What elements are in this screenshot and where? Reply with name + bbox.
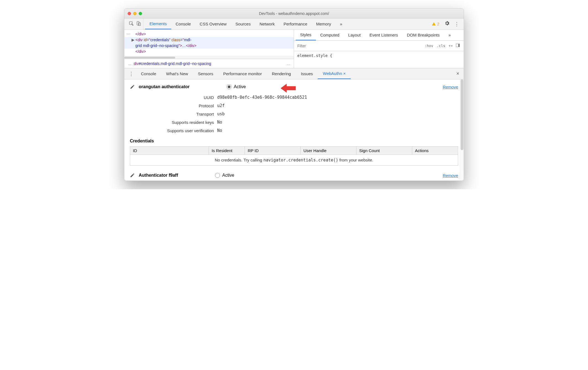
remove-link[interactable]: Remove <box>443 173 458 178</box>
hov-toggle[interactable]: :hov <box>423 44 435 48</box>
remove-link[interactable]: Remove <box>443 85 458 89</box>
warnings-badge[interactable]: 2 <box>429 22 442 26</box>
user-verification-value: No <box>217 128 222 133</box>
tabs-overflow[interactable]: » <box>335 19 347 29</box>
tab-layout[interactable]: Layout <box>344 30 365 40</box>
dom-line: </div> <box>135 32 146 36</box>
ellipsis-icon: ⋯ <box>127 31 130 37</box>
expand-icon[interactable]: ▶ <box>132 37 135 43</box>
drawer-tab-rendering[interactable]: Rendering <box>267 68 296 79</box>
col-rp-id: RP ID <box>245 147 301 155</box>
tab-memory[interactable]: Memory <box>312 19 335 29</box>
col-sign-count: Sign Count <box>356 147 412 155</box>
uuid-label: UUID <box>130 95 217 100</box>
col-id: ID <box>130 147 209 155</box>
cls-toggle[interactable]: .cls <box>435 44 447 48</box>
close-tab-icon[interactable]: × <box>343 71 346 76</box>
close-drawer-icon[interactable]: × <box>454 71 461 77</box>
dom-line-selected[interactable]: ▶<div id="credentials" class="mdl-grid m… <box>124 37 294 49</box>
authenticator-details: UUIDd98e08fb-0efc-43e6-968c-99844cab6521… <box>130 95 458 133</box>
drawer-tab-whats-new[interactable]: What's New <box>161 68 193 79</box>
titlebar: DevTools - webauthndemo.appspot.com/ <box>124 9 464 19</box>
col-user-handle: User Handle <box>301 147 356 155</box>
drawer-tab-issues[interactable]: Issues <box>296 68 318 79</box>
resident-keys-value: No <box>217 120 222 125</box>
user-verification-label: Supports user verification <box>130 128 217 133</box>
drawer-tabbar: ⋮ Console What's New Sensors Performance… <box>124 68 464 79</box>
active-radio[interactable] <box>215 173 220 178</box>
warnings-count: 2 <box>437 22 439 26</box>
drawer-tab-performance-monitor[interactable]: Performance monitor <box>218 68 267 79</box>
edit-icon[interactable] <box>130 173 135 178</box>
device-toggle-icon[interactable] <box>136 21 141 27</box>
tab-network[interactable]: Network <box>255 19 279 29</box>
main-tabbar: Elements Console CSS Overview Sources Ne… <box>124 19 464 30</box>
drawer-kebab-icon[interactable]: ⋮ <box>127 71 136 77</box>
authenticator-name: orangutan authenticator <box>139 84 190 89</box>
tab-sources[interactable]: Sources <box>231 19 255 29</box>
credentials-heading: Credentials <box>130 139 458 144</box>
tab-styles[interactable]: Styles <box>296 30 316 40</box>
tab-event-listeners[interactable]: Event Listeners <box>365 30 402 40</box>
active-label: Active <box>222 173 234 178</box>
styles-tabs-overflow[interactable]: » <box>444 30 455 40</box>
credentials-table: ID Is Resident RP ID User Handle Sign Co… <box>130 146 458 166</box>
vertical-scrollbar[interactable] <box>460 79 464 181</box>
inspect-icon[interactable] <box>129 21 134 27</box>
drawer-tab-console[interactable]: Console <box>136 68 161 79</box>
col-actions: Actions <box>412 147 458 155</box>
horizontal-scrollbar[interactable] <box>124 56 294 59</box>
kebab-menu-icon[interactable]: ⋮ <box>452 21 461 27</box>
tab-css-overview[interactable]: CSS Overview <box>195 19 231 29</box>
tab-computed[interactable]: Computed <box>316 30 344 40</box>
uuid-value: d98e08fb-0efc-43e6-968c-99844cab6521 <box>217 95 307 100</box>
annotation-arrow-icon <box>280 83 296 94</box>
window-title: DevTools - webauthndemo.appspot.com/ <box>124 11 464 16</box>
dom-line: </div> <box>135 49 146 54</box>
drawer-tab-webauthn[interactable]: WebAuthn × <box>318 68 351 79</box>
active-label: Active <box>234 84 246 89</box>
svg-rect-1 <box>137 22 139 25</box>
active-radio[interactable] <box>227 84 232 89</box>
resident-keys-label: Supports resident keys <box>130 120 217 125</box>
settings-icon[interactable] <box>442 20 452 27</box>
protocol-label: Protocol <box>130 103 217 108</box>
tab-console[interactable]: Console <box>171 19 195 29</box>
col-is-resident: Is Resident <box>209 147 245 155</box>
edit-icon[interactable] <box>130 84 135 89</box>
authenticator-name: Authenticator f9aff <box>139 173 178 178</box>
new-style-rule-button[interactable]: +▾ <box>447 44 454 48</box>
styles-tabbar: Styles Computed Layout Event Listeners D… <box>294 30 464 41</box>
tab-performance[interactable]: Performance <box>279 19 312 29</box>
tab-dom-breakpoints[interactable]: DOM Breakpoints <box>403 30 444 40</box>
protocol-value: u2f <box>217 103 225 108</box>
drawer-tab-sensors[interactable]: Sensors <box>193 68 218 79</box>
breadcrumb-overflow-left[interactable]: … <box>128 61 132 66</box>
transport-value: usb <box>217 111 225 116</box>
credentials-empty-row: No credentials. Try calling navigator.cr… <box>130 155 458 166</box>
transport-label: Transport <box>130 112 217 116</box>
breadcrumb[interactable]: … div#credentials.mdl-grid.mdl-grid--no-… <box>124 59 294 68</box>
toggle-sidebar-icon[interactable] <box>454 44 461 48</box>
warning-icon <box>432 22 436 26</box>
breadcrumb-overflow-right[interactable]: … <box>287 61 290 66</box>
element-style-rule[interactable]: element.style { <box>294 51 464 60</box>
styles-filter-input[interactable] <box>296 43 423 49</box>
tab-elements[interactable]: Elements <box>145 19 171 29</box>
dom-tree-pane[interactable]: ⋯ </div> ▶<div id="credentials" class="m… <box>124 30 294 68</box>
